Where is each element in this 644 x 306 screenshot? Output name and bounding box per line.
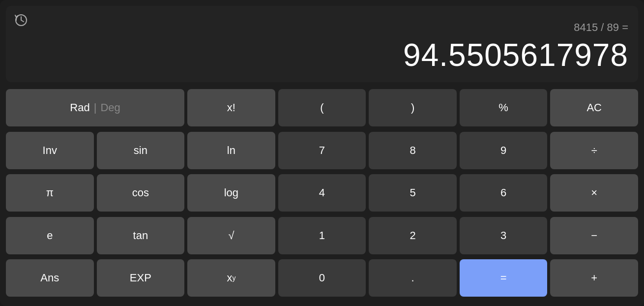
- multiply-button[interactable]: ×: [550, 174, 638, 212]
- display-area: 8415 / 89 = 94.5505617978: [6, 6, 638, 82]
- five-button[interactable]: 5: [369, 174, 457, 212]
- subtract-button[interactable]: −: [550, 217, 638, 254]
- percent-button[interactable]: %: [460, 89, 548, 126]
- six-button[interactable]: 6: [460, 174, 548, 212]
- ans-button[interactable]: Ans: [6, 259, 94, 297]
- result-display: 94.5505617978: [403, 37, 628, 73]
- eight-button[interactable]: 8: [369, 132, 457, 169]
- euler-button[interactable]: e: [6, 217, 94, 254]
- two-button[interactable]: 2: [369, 217, 457, 254]
- history-expression: 8415 / 89 =: [574, 21, 628, 34]
- clear-button[interactable]: AC: [550, 89, 638, 126]
- divide-button[interactable]: ÷: [550, 132, 638, 169]
- history-icon[interactable]: [14, 13, 29, 31]
- open-paren-button[interactable]: (: [278, 89, 366, 126]
- seven-button[interactable]: 7: [278, 132, 366, 169]
- nine-button[interactable]: 9: [460, 132, 548, 169]
- pi-button[interactable]: π: [6, 174, 94, 212]
- power-button[interactable]: xy: [187, 259, 275, 297]
- log-button[interactable]: log: [187, 174, 275, 212]
- sqrt-button[interactable]: √: [187, 217, 275, 254]
- deg-label: Deg: [100, 101, 120, 114]
- decimal-button[interactable]: .: [369, 259, 457, 297]
- tan-button[interactable]: tan: [97, 217, 185, 254]
- four-button[interactable]: 4: [278, 174, 366, 212]
- close-paren-button[interactable]: ): [369, 89, 457, 126]
- factorial-button[interactable]: x!: [187, 89, 275, 126]
- button-grid: Rad | Deg x! ( ) % AC Inv sin ln 7 8 9 ÷…: [0, 86, 644, 306]
- exp-button[interactable]: EXP: [97, 259, 185, 297]
- rad-label: Rad: [70, 101, 89, 114]
- sin-button[interactable]: sin: [97, 132, 185, 169]
- calculator: 8415 / 89 = 94.5505617978 Rad | Deg x! (…: [0, 0, 644, 306]
- add-button[interactable]: +: [550, 259, 638, 297]
- rad-deg-toggle[interactable]: Rad | Deg: [6, 89, 184, 126]
- inv-button[interactable]: Inv: [6, 132, 94, 169]
- divider: |: [94, 101, 97, 114]
- three-button[interactable]: 3: [460, 217, 548, 254]
- zero-button[interactable]: 0: [278, 259, 366, 297]
- one-button[interactable]: 1: [278, 217, 366, 254]
- ln-button[interactable]: ln: [187, 132, 275, 169]
- equals-button[interactable]: =: [460, 259, 548, 297]
- cos-button[interactable]: cos: [97, 174, 185, 212]
